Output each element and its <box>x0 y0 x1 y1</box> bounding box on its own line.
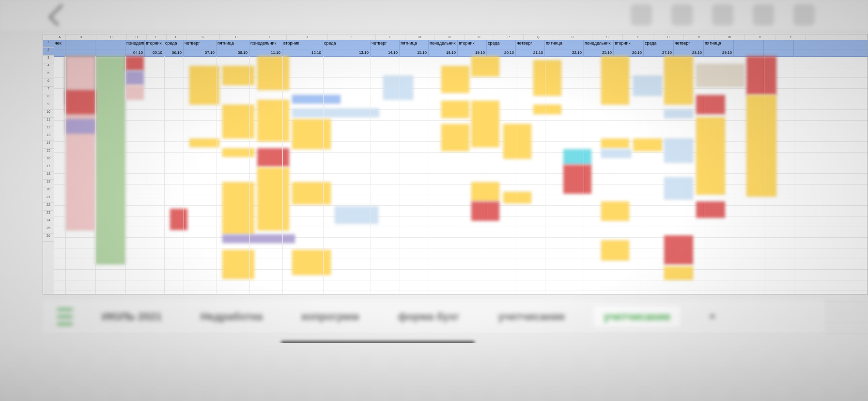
row-number[interactable]: 1 <box>43 40 54 48</box>
data-cell-block[interactable] <box>257 100 289 141</box>
data-cell-block[interactable] <box>664 177 693 200</box>
data-cell-block[interactable] <box>65 90 95 114</box>
column-letter[interactable]: O <box>465 34 494 40</box>
data-cell-block[interactable] <box>471 201 499 221</box>
share-icon[interactable] <box>712 4 733 26</box>
column-letter[interactable]: H <box>220 34 253 40</box>
column-letter[interactable]: A <box>54 34 66 40</box>
data-cell-block[interactable] <box>441 101 469 118</box>
more-icon[interactable] <box>793 4 815 26</box>
data-cell-block[interactable] <box>601 139 629 148</box>
sheet-tab[interactable]: копрогрмм <box>292 306 369 327</box>
row-number[interactable]: 7 <box>43 87 54 94</box>
row-number[interactable]: 6 <box>43 79 54 87</box>
row-number[interactable]: 8 <box>43 94 54 102</box>
column-letter[interactable]: U <box>653 34 684 40</box>
row-number[interactable]: 24 <box>43 218 54 226</box>
row-number[interactable]: 16 <box>43 156 54 164</box>
data-cell-block[interactable] <box>664 56 693 105</box>
column-letter[interactable]: L <box>376 34 405 40</box>
column-letter[interactable]: D <box>127 34 147 40</box>
column-letter[interactable]: P <box>494 34 524 40</box>
data-cell-block[interactable] <box>633 76 662 96</box>
column-letter[interactable]: I <box>253 34 287 40</box>
column-letter[interactable]: E <box>147 34 167 40</box>
row-number[interactable]: 18 <box>43 172 54 180</box>
search-icon[interactable] <box>753 4 774 26</box>
data-cell-block[interactable] <box>503 124 531 159</box>
add-sheet-button[interactable]: + <box>699 306 725 327</box>
sheet-tab[interactable]: учетчисание <box>489 306 575 327</box>
data-cell-block[interactable] <box>664 109 693 118</box>
data-cell-block[interactable] <box>125 71 144 85</box>
data-cell-block[interactable] <box>257 168 289 231</box>
data-cell-block[interactable] <box>65 119 95 134</box>
row-number[interactable]: 4 <box>43 63 54 71</box>
data-cell-block[interactable] <box>65 56 95 231</box>
data-cell-block[interactable] <box>292 182 331 204</box>
row-number[interactable]: 21 <box>43 195 54 203</box>
row-number[interactable]: 22 <box>43 203 54 211</box>
column-letter[interactable]: C <box>96 34 127 40</box>
data-cell-block[interactable] <box>601 240 629 261</box>
data-cell-block[interactable] <box>257 148 289 167</box>
row-number[interactable]: 11 <box>43 118 54 125</box>
row-number[interactable]: 5 <box>43 71 54 79</box>
data-cell-block[interactable] <box>664 235 693 264</box>
data-cell-block[interactable] <box>257 56 289 90</box>
column-letter[interactable]: S <box>592 34 623 40</box>
column-letter[interactable]: K <box>328 34 376 40</box>
column-letter[interactable]: T <box>623 34 653 40</box>
row-number[interactable]: 25 <box>43 226 54 234</box>
data-cell-block[interactable] <box>633 139 662 151</box>
column-letter[interactable]: R <box>553 34 592 40</box>
sheet-tab[interactable]: ИЮЛЬ 2021 <box>92 306 171 327</box>
data-cell-block[interactable] <box>292 119 331 149</box>
data-cell-block[interactable] <box>696 64 744 87</box>
row-number[interactable]: 15 <box>43 149 54 156</box>
sheet-tab[interactable]: форма бухг <box>388 306 469 327</box>
data-cell-block[interactable] <box>563 149 591 165</box>
data-cell-block[interactable] <box>189 139 219 147</box>
data-cell-block[interactable] <box>335 206 378 224</box>
data-cell-block[interactable] <box>563 165 591 194</box>
data-cell-block[interactable] <box>601 201 629 221</box>
row-number[interactable]: 17 <box>43 164 54 172</box>
data-cell-block[interactable] <box>471 101 499 147</box>
back-icon[interactable] <box>48 4 70 26</box>
data-cell-block[interactable] <box>383 76 413 100</box>
data-cell-block[interactable] <box>292 95 341 104</box>
data-cell-block[interactable] <box>125 56 144 71</box>
spreadsheet-grid[interactable] <box>54 56 868 294</box>
data-cell-block[interactable] <box>533 105 561 114</box>
column-letter[interactable]: B <box>66 34 96 40</box>
row-number[interactable]: 9 <box>43 102 54 110</box>
row-number[interactable]: 2 <box>43 48 54 56</box>
row-number[interactable]: 3 <box>43 56 54 63</box>
row-number[interactable]: 10 <box>43 110 54 118</box>
column-letter[interactable]: F <box>167 34 186 40</box>
data-cell-block[interactable] <box>471 182 499 201</box>
data-cell-block[interactable] <box>441 124 469 151</box>
data-cell-block[interactable] <box>125 85 144 100</box>
undo-icon[interactable] <box>631 4 652 26</box>
row-number[interactable]: 23 <box>43 211 54 218</box>
data-cell-block[interactable] <box>292 250 331 275</box>
row-number[interactable]: 14 <box>43 141 54 149</box>
spreadsheet[interactable]: ABCDEFGHIJKLMNOPQRSTUVWXY 12345678910111… <box>43 34 868 294</box>
all-sheets-menu-icon[interactable] <box>57 308 73 325</box>
data-cell-block[interactable] <box>503 192 531 203</box>
data-cell-block[interactable] <box>601 56 629 105</box>
column-letter[interactable]: Q <box>524 34 553 40</box>
data-cell-block[interactable] <box>95 56 125 264</box>
data-cell-block[interactable] <box>533 60 561 96</box>
row-number[interactable]: 19 <box>43 180 54 187</box>
data-cell-block[interactable] <box>189 66 219 105</box>
column-letter[interactable]: N <box>435 34 465 40</box>
redo-icon[interactable] <box>671 4 693 26</box>
data-cell-block[interactable] <box>746 56 776 95</box>
data-cell-block[interactable] <box>292 108 379 117</box>
column-letter[interactable]: V <box>684 34 714 40</box>
column-letter[interactable]: G <box>186 34 220 40</box>
data-cell-block[interactable] <box>601 149 631 158</box>
